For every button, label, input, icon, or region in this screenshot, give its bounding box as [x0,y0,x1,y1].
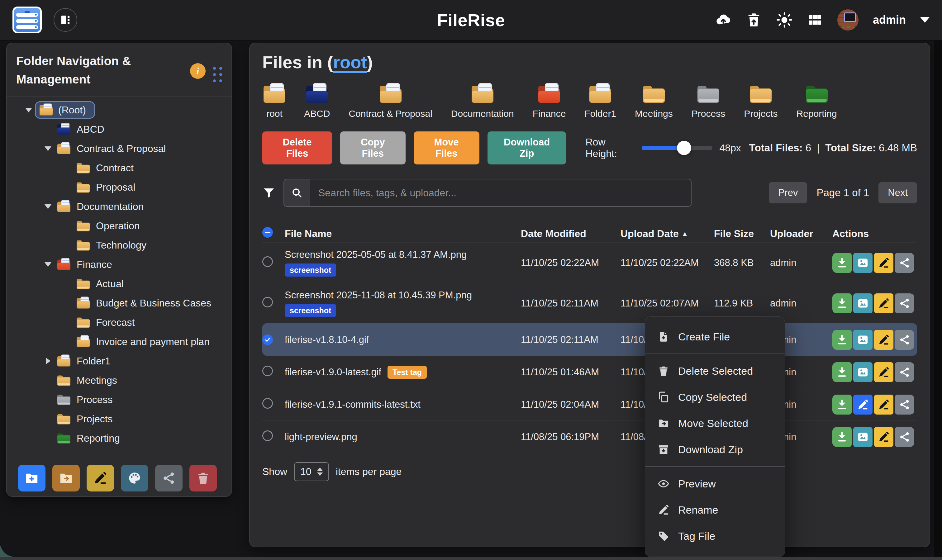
create-folder-button[interactable] [18,465,46,491]
share-button[interactable] [895,293,914,313]
tree-item-process[interactable]: Process [16,390,222,409]
tree-item-budget-business-cases[interactable]: Budget & Business Cases [16,293,222,313]
filerise-logo-icon[interactable] [12,6,42,33]
folder-card-root[interactable]: root [263,85,285,119]
tree-item-folder1[interactable]: Folder1 [16,351,222,371]
tree-item-actual[interactable]: Actual [16,274,222,293]
file-row-light-preview-png[interactable]: light-preview.png 11/08/25 06:19PM 11/08… [262,420,917,453]
caret-collapsed-icon[interactable] [44,358,52,365]
folder-card-projects[interactable]: Projects [744,85,777,119]
next-page-button[interactable]: Next [879,182,917,203]
tree-item-finance[interactable]: Finance [16,255,222,274]
trash-restore-button[interactable] [746,12,762,28]
caret-expanded-icon[interactable] [44,204,52,209]
menu-item-delete-selected[interactable]: Delete Selected [645,358,785,384]
items-per-page-select[interactable]: 10 [294,462,329,481]
delete-folder-button[interactable] [189,465,217,491]
tree-item-forecast[interactable]: Forecast [16,313,222,332]
rename-folder-button[interactable] [86,465,114,491]
column-header-uploader[interactable]: Uploader [770,228,832,240]
prev-page-button[interactable]: Prev [769,182,807,203]
copy-files-button[interactable]: Copy Files [340,131,406,165]
folder-card-contract-proposal[interactable]: Contract & Proposal [349,85,432,119]
tree-item-documentation[interactable]: Documentation [16,197,222,216]
row-checkbox[interactable] [262,366,273,376]
folder-card-documentation[interactable]: Documentation [451,85,514,119]
tree-item-contract[interactable]: Contract [16,158,222,177]
download-button[interactable] [832,427,852,447]
share-button[interactable] [895,427,914,447]
upload-button[interactable] [715,12,731,28]
tree-item-reporting[interactable]: Reporting [16,429,222,448]
column-header-actions[interactable]: Actions [832,228,917,240]
tree-item-proposal[interactable]: Proposal [16,177,222,197]
file-row-filerise-v1-9-0-latest-gif[interactable]: filerise-v1.9.0-latest.gifTest tag 11/10… [262,356,917,388]
tree-item-technology[interactable]: Technology [16,235,222,255]
menu-item-move-selected[interactable]: Move Selected [645,410,785,436]
download-zip-button[interactable]: Download Zip [488,131,566,165]
avatar[interactable] [837,9,859,31]
menu-item-download-zip[interactable]: Download Zip [645,436,785,463]
rename-button[interactable] [874,253,893,273]
share-button[interactable] [895,330,914,350]
file-row-filerise-v1-8-10-4-gif[interactable]: filerise-v1.8.10-4.gif 11/10/25 02:11AM … [262,323,917,356]
drag-handle-icon[interactable] [213,67,222,82]
tree-item-projects[interactable]: Projects [16,409,222,429]
menu-item-create-file[interactable]: Create File [645,324,785,350]
folder-card-reporting[interactable]: Reporting [797,85,837,119]
preview-image-button[interactable] [853,293,873,313]
tree-item-operation[interactable]: Operation [16,216,222,235]
menu-item-tag-file[interactable]: Tag File [645,523,785,549]
column-header-upload-date[interactable]: Upload Date ▲ [620,228,714,240]
row-height-slider[interactable] [642,146,713,150]
tree-item-root[interactable]: (Root) [16,100,222,120]
move-folder-button[interactable] [52,465,80,491]
row-checkbox-checked[interactable] [262,334,273,345]
info-button[interactable]: i [190,63,206,79]
download-button[interactable] [832,253,852,273]
preview-image-button[interactable] [853,253,873,273]
slider-thumb[interactable] [677,141,691,155]
caret-expanded-icon[interactable] [24,108,33,112]
select-all-checkbox[interactable] [262,227,273,238]
preview-image-button[interactable] [853,330,873,350]
rename-button[interactable] [874,362,893,382]
selected-folder-pill[interactable]: (Root) [35,101,95,118]
file-row-screenshot-2025-05-05-at-8-41-37-am-png[interactable]: Screenshot 2025-05-05 at 8.41.37 AM.pngs… [262,242,917,283]
tree-item-meetings[interactable]: Meetings [16,371,222,390]
sidebar-toggle-button[interactable] [54,8,77,32]
rename-button[interactable] [874,330,893,350]
filter-funnel-icon[interactable] [262,186,276,200]
folder-card-folder1[interactable]: Folder1 [584,85,616,119]
delete-files-button[interactable]: Delete Files [262,131,332,165]
edit-file-button[interactable] [853,395,873,415]
rename-button[interactable] [874,427,893,447]
root-breadcrumb-link[interactable]: root [333,52,367,72]
row-checkbox[interactable] [262,398,273,409]
share-folder-button[interactable] [155,465,183,491]
share-button[interactable] [895,362,914,382]
menu-item-copy-selected[interactable]: Copy Selected [645,384,785,410]
rename-button[interactable] [874,293,893,313]
download-button[interactable] [832,293,852,313]
move-files-button[interactable]: Move Files [414,131,479,165]
share-button[interactable] [895,253,914,273]
caret-expanded-icon[interactable] [44,262,52,267]
menu-item-rename[interactable]: Rename [645,497,785,523]
row-checkbox[interactable] [262,256,273,267]
search-icon[interactable] [283,179,309,207]
download-button[interactable] [832,362,852,382]
download-button[interactable] [832,395,852,415]
preview-image-button[interactable] [853,362,873,382]
tree-item-abcd[interactable]: ABCD [16,120,222,139]
username[interactable]: admin [873,13,906,26]
apps-button[interactable] [807,12,823,28]
tree-item-contract-proposal[interactable]: Contract & Proposal [16,139,222,158]
column-header-file-size[interactable]: File Size [714,228,770,240]
tree-item-invoice-and-payment-plan[interactable]: Invoice and payment plan [16,332,222,351]
file-row-filerise-v1-9-1-commits-latest-txt[interactable]: filerise-v1.9.1-commits-latest.txt 11/10… [262,388,917,420]
row-checkbox[interactable] [262,431,273,441]
folder-card-abcd[interactable]: ABCD [304,85,330,119]
menu-item-preview[interactable]: Preview [645,471,785,497]
column-header-date-modified[interactable]: Date Modified [521,228,620,240]
